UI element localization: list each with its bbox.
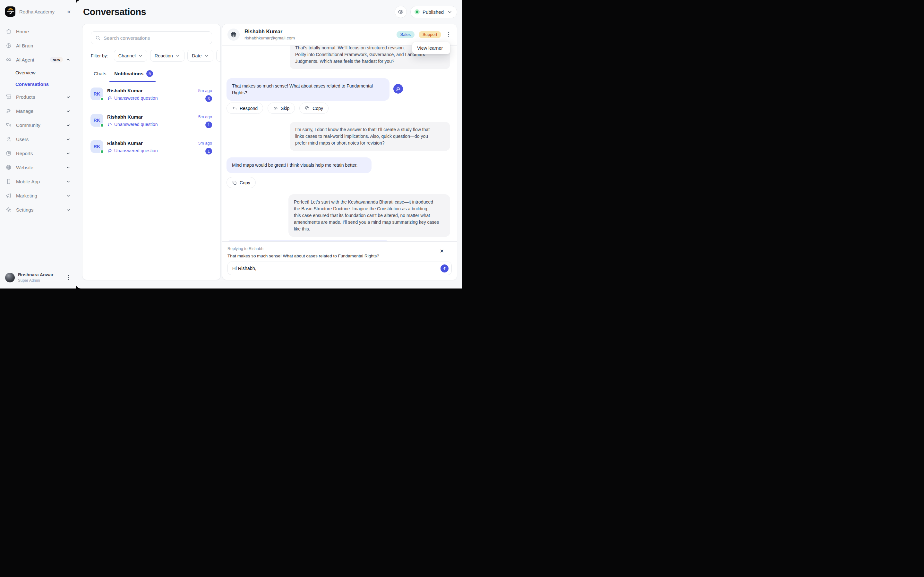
chat-bubbles-icon xyxy=(5,122,12,128)
infinity-icon xyxy=(5,56,12,63)
publish-status-label: Published xyxy=(423,9,444,15)
filter-label: Filter by: xyxy=(91,53,108,58)
chevron-down-icon xyxy=(66,123,71,127)
chevron-down-icon xyxy=(66,165,71,170)
message-scroll-area[interactable]: That’s totally normal. We’ll focus on st… xyxy=(222,45,457,242)
respond-button[interactable]: Respond xyxy=(226,103,263,114)
notifications-count-badge: 5 xyxy=(146,70,153,77)
chevron-down-icon xyxy=(66,193,71,198)
eye-icon xyxy=(397,9,404,15)
sidebar-item-manage[interactable]: Manage xyxy=(0,104,76,118)
sidebar-item-website[interactable]: Website xyxy=(0,160,76,174)
tab-chats[interactable]: Chats xyxy=(94,70,106,77)
chevron-down-icon xyxy=(176,53,180,58)
thought-bubble-badge[interactable] xyxy=(393,84,403,93)
user-footer[interactable]: Roshnara Anwar Super Admin xyxy=(0,272,76,288)
quoted-message: That makes so much sense! What about cas… xyxy=(228,253,452,258)
sidebar-item-ai-agent[interactable]: AI Agent NEW xyxy=(0,53,76,67)
sidebar-collapse-icon[interactable]: « xyxy=(67,8,71,15)
copy-button[interactable]: Copy xyxy=(226,177,256,188)
sidebar-item-reports[interactable]: Reports xyxy=(0,146,76,160)
chat-contact-email: rishabhkumar@gmail.com xyxy=(244,35,295,40)
contact-initials-avatar: RK xyxy=(90,140,103,153)
pie-chart-icon xyxy=(5,150,12,156)
thought-bubble-icon xyxy=(107,122,112,127)
filter-reaction[interactable]: Reaction xyxy=(150,50,184,61)
online-dot xyxy=(100,123,104,127)
preview-button[interactable] xyxy=(395,6,407,18)
brand-row: Rodha Academy « xyxy=(0,0,76,17)
sidebar-item-conversations[interactable]: Conversations xyxy=(0,78,76,90)
chat-menu-icon[interactable] xyxy=(447,31,451,39)
sidebar: Rodha Academy « Home AI Brain AI Agent N… xyxy=(0,0,76,288)
main-area: Conversations Published Filter by: Chann… xyxy=(76,0,462,288)
chevron-down-icon xyxy=(66,151,71,156)
chevron-down-icon xyxy=(204,53,209,58)
new-badge: NEW xyxy=(50,57,63,63)
reply-icon xyxy=(232,106,237,111)
timestamp: 5m ago xyxy=(198,88,212,93)
gear-icon xyxy=(5,206,12,213)
close-icon[interactable]: ✕ xyxy=(440,248,444,254)
phone-icon xyxy=(5,178,12,185)
list-tabs: Chats Notifications 5 xyxy=(82,70,220,82)
sidebar-item-users[interactable]: Users xyxy=(0,132,76,146)
sidebar-item-marketing[interactable]: Marketing xyxy=(0,189,76,203)
notification-status: Unanswered question xyxy=(107,122,158,127)
tools-icon xyxy=(5,108,12,114)
contact-name: Rishabh Kumar xyxy=(107,140,158,146)
menu-item-view-learner[interactable]: View learner xyxy=(412,42,450,54)
globe-avatar xyxy=(228,29,240,41)
copy-button[interactable]: Copy xyxy=(299,103,328,114)
sidebar-item-home[interactable]: Home xyxy=(0,24,76,39)
filter-date[interactable]: Date xyxy=(187,50,213,61)
thought-bubble-icon xyxy=(107,148,112,153)
search-input[interactable] xyxy=(103,35,208,41)
contact-name: Rishabh Kumar xyxy=(107,88,158,93)
notification-item[interactable]: RK Rishabh Kumar Unanswered question 5m … xyxy=(82,87,220,102)
message-bubble-agent: Perfect! Let’s start with the Keshavanan… xyxy=(288,194,450,237)
user-menu-icon[interactable] xyxy=(67,274,71,281)
brain-icon xyxy=(5,42,12,49)
sidebar-item-community[interactable]: Community xyxy=(0,118,76,132)
notification-item[interactable]: RK Rishabh Kumar Unanswered question 5m … xyxy=(82,140,220,155)
thought-bubble-icon xyxy=(107,95,112,101)
filter-row: Filter by: Channel Reaction Date Audienc… xyxy=(91,50,220,61)
status-dot xyxy=(415,9,420,15)
message-bubble-learner: That makes so much sense! What about cas… xyxy=(226,78,389,101)
sidebar-item-products[interactable]: Products xyxy=(0,90,76,104)
message-actions: Copy xyxy=(226,177,256,188)
contact-name: Rishabh Kumar xyxy=(107,114,158,119)
chevron-down-icon xyxy=(66,95,71,99)
megaphone-icon xyxy=(5,192,12,199)
message-bubble-agent: I’m sorry, I don’t know the answer to th… xyxy=(290,122,450,151)
publish-status-dropdown[interactable]: Published xyxy=(410,6,457,18)
search-icon xyxy=(95,35,101,41)
contact-initials-avatar: RK xyxy=(90,87,103,100)
tab-notifications[interactable]: Notifications 5 xyxy=(114,70,153,77)
sidebar-item-overview[interactable]: Overview xyxy=(0,67,76,78)
send-button[interactable] xyxy=(441,264,449,272)
copy-icon xyxy=(305,106,310,111)
archive-icon xyxy=(5,93,12,100)
page-title: Conversations xyxy=(83,7,146,17)
filter-audience[interactable]: Audience xyxy=(216,50,220,61)
message-bubble-learner: Mind maps would be great! I think visual… xyxy=(226,157,372,173)
chevron-down-icon xyxy=(66,207,71,212)
notification-item[interactable]: RK Rishabh Kumar Unanswered question 5m … xyxy=(82,114,220,128)
sidebar-item-settings[interactable]: Settings xyxy=(0,203,76,217)
skip-forward-icon xyxy=(273,106,278,111)
sidebar-item-ai-brain[interactable]: AI Brain xyxy=(0,39,76,53)
skip-button[interactable]: Skip xyxy=(268,103,295,114)
reply-input[interactable]: Hi Rishabh, xyxy=(228,261,452,275)
timestamp: 5m ago xyxy=(198,114,212,119)
search-box[interactable] xyxy=(91,31,212,44)
filter-channel[interactable]: Channel xyxy=(114,50,147,61)
chevron-down-icon xyxy=(138,53,143,58)
sidebar-item-mobile-app[interactable]: Mobile App xyxy=(0,174,76,189)
tag-sales: Sales xyxy=(397,31,415,38)
chevron-up-icon xyxy=(66,57,71,62)
reply-input-value: Hi Rishabh, xyxy=(232,266,256,271)
notification-status: Unanswered question xyxy=(107,95,158,101)
notification-status: Unanswered question xyxy=(107,148,158,153)
